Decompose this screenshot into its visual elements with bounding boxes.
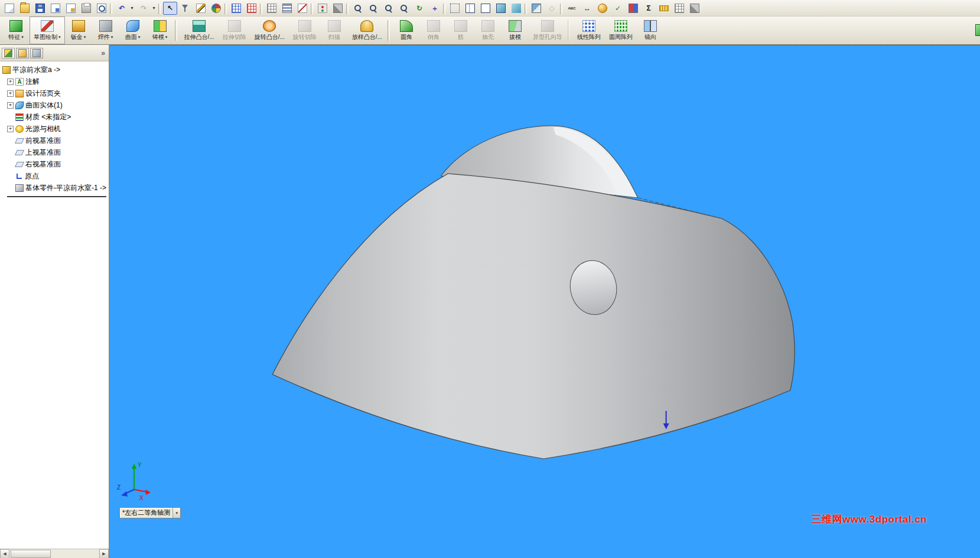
tree-item-top-plane[interactable]: + 上视基准面 — [2, 146, 109, 158]
hole-table-button[interactable] — [245, 2, 259, 15]
chamfer-button[interactable]: 倒角 — [420, 17, 447, 44]
shaded-button[interactable] — [509, 2, 523, 15]
sketch-entity-button[interactable] — [194, 2, 208, 15]
loft-button[interactable]: 放样凸台/... — [348, 17, 386, 44]
design-check-button[interactable]: ✓ — [611, 2, 625, 15]
appearance-button[interactable] — [595, 2, 610, 15]
tab-sketch[interactable]: 草图绘制▾ — [30, 17, 65, 44]
hole-wizard-button[interactable]: 异型孔向导 — [529, 17, 566, 44]
hidden-lines-removed-button[interactable] — [478, 2, 493, 15]
save-button[interactable] — [33, 2, 47, 15]
linear-pattern-button[interactable]: 线性阵列 — [573, 17, 605, 44]
expand-toggle[interactable]: + — [7, 90, 14, 97]
zoom-in-out-button[interactable] — [397, 2, 411, 15]
selection-filter-button[interactable] — [178, 2, 193, 15]
tab-weldments[interactable]: 焊件▾ — [92, 17, 119, 44]
perspective-button[interactable]: ◇ — [545, 2, 559, 15]
tab-features[interactable]: 特征▾ — [2, 17, 30, 44]
tree-item-design-binder[interactable]: + 设计活页夹 — [2, 87, 109, 99]
scroll-right-button[interactable]: ▶ — [99, 549, 109, 558]
rebuild-button[interactable] — [315, 2, 330, 15]
scrollbar-thumb[interactable] — [11, 550, 51, 558]
undo-button[interactable]: ↶ — [115, 2, 129, 15]
layers-button[interactable] — [280, 2, 294, 15]
extruded-boss-button[interactable]: 拉伸凸台/... — [180, 17, 219, 44]
fillet-button[interactable]: 圆角 — [393, 17, 420, 44]
mirror-button[interactable]: 镜向 — [637, 17, 664, 44]
watermark: 三维网www.3dportal.cn — [812, 513, 927, 526]
pan-button[interactable]: ＋ — [428, 2, 442, 15]
configurationmanager-tab[interactable] — [30, 48, 43, 58]
graphics-area[interactable]: Y X Z *左右二等角轴测 ▾ 三维网www.3dportal.cn — [110, 45, 980, 558]
spell-check-icon: ABC — [567, 4, 577, 13]
wireframe-button[interactable] — [448, 2, 462, 15]
color-button[interactable] — [209, 2, 223, 15]
view-orientation-caret[interactable]: ▾ — [172, 508, 180, 518]
measure-button[interactable] — [657, 2, 671, 15]
clipped-command-button[interactable] — [968, 17, 980, 44]
tab-sheet-metal[interactable]: 钣金▾ — [65, 17, 92, 44]
dropdown-caret[interactable]: ▾ — [129, 2, 135, 15]
extruded-cut-button[interactable]: 拉伸切除 — [219, 17, 250, 44]
extruded-cut-icon — [228, 20, 241, 32]
propertymanager-tab[interactable] — [16, 48, 29, 58]
spell-check-button[interactable]: ABC — [565, 2, 579, 15]
section-view-button[interactable] — [529, 2, 543, 15]
tab-mold[interactable]: 铸模▾ — [146, 17, 174, 44]
options-button[interactable] — [331, 2, 345, 15]
new-document-button[interactable] — [2, 2, 17, 15]
equations-button[interactable]: Σ — [642, 2, 656, 15]
zoom-to-fit-button[interactable] — [366, 2, 380, 15]
hidden-lines-visible-button[interactable] — [463, 2, 477, 15]
select-button[interactable]: ↖ — [163, 2, 177, 15]
scrollbar-track[interactable] — [9, 549, 99, 558]
print-preview-button[interactable] — [95, 2, 109, 15]
print-button[interactable] — [79, 2, 93, 15]
draft-button[interactable]: 拔模 — [502, 17, 529, 44]
tree-item-front-plane[interactable]: + 前视基准面 — [2, 135, 109, 146]
view-orientation-box[interactable]: *左右二等角轴测 ▾ — [119, 507, 181, 518]
tree-item-base-part[interactable]: + 基体零件-平凉前水室-1 -> — [2, 182, 109, 194]
model-main-surface[interactable] — [272, 174, 795, 459]
zoom-to-area-button[interactable] — [382, 2, 396, 15]
zoom-previous-button[interactable] — [351, 2, 365, 15]
shell-button[interactable]: 抽壳 — [474, 17, 502, 44]
model-canvas[interactable]: Y X Z — [110, 45, 980, 558]
equations-table-button[interactable] — [265, 2, 279, 15]
expand-toggle[interactable]: + — [7, 79, 14, 85]
rollback-bar[interactable] — [7, 196, 106, 197]
expand-toggle[interactable]: + — [7, 102, 14, 109]
rotate-view-button[interactable]: ↻ — [412, 2, 426, 15]
circular-pattern-button[interactable]: 圆周阵列 — [605, 17, 637, 44]
redo-button[interactable]: ↷ — [136, 2, 151, 15]
tree-horizontal-scrollbar[interactable]: ◀ ▶ — [0, 549, 109, 558]
make-drawing-button[interactable] — [48, 2, 63, 15]
featuremanager-tab[interactable] — [2, 48, 15, 58]
tree-item-annotations[interactable]: + 注解 — [2, 76, 109, 87]
tree-item-material[interactable]: + 材质 <未指定> — [2, 111, 109, 123]
design-table-button[interactable] — [229, 2, 243, 15]
swap-color-button[interactable] — [626, 2, 640, 15]
line-format-button[interactable] — [295, 2, 310, 15]
tree-root-item[interactable]: 平凉前水室a -> — [2, 64, 109, 76]
dimension-button[interactable]: ↔ — [580, 2, 594, 15]
toolbox-button[interactable] — [688, 2, 702, 15]
perspective-icon: ◇ — [547, 4, 556, 13]
shaded-with-edges-button[interactable] — [494, 2, 508, 15]
open-button[interactable] — [18, 2, 32, 15]
tree-item-origin[interactable]: + 原点 — [2, 170, 109, 182]
tree-item-right-plane[interactable]: + 右视基准面 — [2, 158, 109, 170]
revolved-cut-button[interactable]: 旋转切除 — [289, 17, 321, 44]
tree-item-lights-cameras[interactable]: + 光源与相机 — [2, 123, 109, 135]
revolved-boss-button[interactable]: 旋转凸台/... — [250, 17, 289, 44]
sweep-button[interactable]: 扫描 — [321, 17, 348, 44]
make-assembly-button[interactable] — [64, 2, 78, 15]
dropdown-caret[interactable]: ▾ — [151, 2, 157, 15]
tree-item-surface-bodies[interactable]: + 曲面实体(1) — [2, 99, 109, 111]
rib-button[interactable]: 筋 — [447, 17, 474, 44]
scroll-left-button[interactable]: ◀ — [0, 549, 9, 558]
expand-toggle[interactable]: + — [7, 126, 14, 132]
mass-properties-button[interactable] — [672, 2, 686, 15]
tab-surfaces[interactable]: 曲面▾ — [119, 17, 146, 44]
panel-expand-chevron[interactable]: » — [99, 49, 107, 57]
